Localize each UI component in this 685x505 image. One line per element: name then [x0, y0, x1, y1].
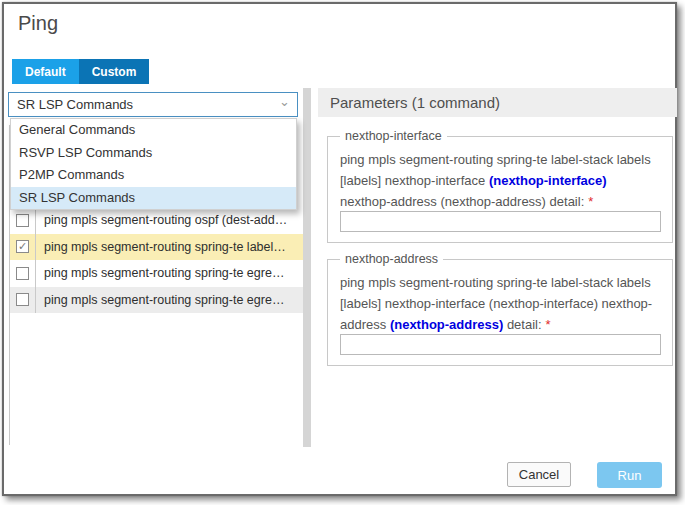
list-item-selected[interactable]: ✓ ping mpls segment-routing spring-te la…	[10, 234, 306, 261]
checkbox-cell	[10, 287, 36, 314]
tab-default-label: Default	[25, 65, 66, 79]
check-icon: ✓	[18, 241, 27, 252]
command-category-value: SR LSP Commands	[17, 97, 133, 112]
command-label: ping mpls segment-routing spring-te egre…	[36, 260, 306, 287]
ping-dialog: Ping Default Custom SR LSP Commands ⌄ pi…	[2, 2, 677, 496]
nexthop-address-input[interactable]	[340, 334, 661, 355]
fieldset-nexthop-address: nexthop-address ping mpls segment-routin…	[327, 259, 673, 366]
nexthop-interface-input[interactable]	[340, 211, 661, 232]
cancel-button[interactable]: Cancel	[507, 462, 571, 487]
list-item[interactable]: ping mpls segment-routing ospf (dest-add…	[10, 207, 306, 234]
fieldset-legend: nexthop-address	[340, 252, 443, 266]
command-category-select[interactable]: SR LSP Commands ⌄	[8, 92, 298, 117]
description-highlight: (nexthop-address)	[390, 317, 503, 332]
parameters-header: Parameters (1 command)	[318, 88, 677, 117]
command-checkbox[interactable]	[16, 293, 29, 306]
run-button[interactable]: Run	[597, 462, 662, 488]
tab-bar: Default Custom	[12, 59, 149, 84]
fieldset-description: ping mpls segment-routing spring-te labe…	[340, 149, 660, 212]
description-text: detail:	[503, 317, 541, 332]
command-checkbox[interactable]	[16, 267, 29, 280]
checkbox-cell	[10, 260, 36, 287]
command-checkbox[interactable]	[16, 214, 29, 227]
checkbox-cell	[10, 207, 36, 234]
dropdown-option-general-commands[interactable]: General Commands	[11, 119, 296, 142]
command-label: ping mpls segment-routing ospf (dest-add…	[36, 207, 306, 234]
command-label: ping mpls segment-routing spring-te labe…	[36, 234, 306, 261]
fieldset-legend: nexthop-interface	[340, 129, 447, 143]
dropdown-option-rsvp-lsp-commands[interactable]: RSVP LSP Commands	[11, 142, 296, 165]
command-checkbox[interactable]: ✓	[16, 240, 29, 253]
tab-custom[interactable]: Custom	[79, 59, 150, 84]
description-text: nexthop-address (nexthop-address) detail…	[340, 194, 584, 209]
chevron-down-icon: ⌄	[279, 94, 290, 109]
fieldset-description: ping mpls segment-routing spring-te labe…	[340, 272, 660, 335]
tab-custom-label: Custom	[92, 65, 137, 79]
dropdown-option-sr-lsp-commands[interactable]: SR LSP Commands	[11, 187, 296, 210]
category-dropdown-menu: General Commands RSVP LSP Commands P2MP …	[10, 118, 297, 210]
required-marker: *	[546, 317, 551, 332]
dialog-title: Ping	[18, 12, 58, 35]
panel-splitter[interactable]	[303, 88, 311, 447]
checkbox-cell: ✓	[10, 234, 36, 261]
dropdown-option-p2mp-commands[interactable]: P2MP Commands	[11, 164, 296, 187]
required-marker: *	[588, 194, 593, 209]
list-item[interactable]: ping mpls segment-routing spring-te egre…	[10, 260, 306, 287]
tab-default[interactable]: Default	[12, 59, 79, 84]
command-label: ping mpls segment-routing spring-te egre…	[36, 287, 306, 314]
fieldset-nexthop-interface: nexthop-interface ping mpls segment-rout…	[327, 136, 673, 243]
description-highlight: (nexthop-interface)	[489, 173, 607, 188]
list-item[interactable]: ping mpls segment-routing spring-te egre…	[10, 287, 306, 314]
